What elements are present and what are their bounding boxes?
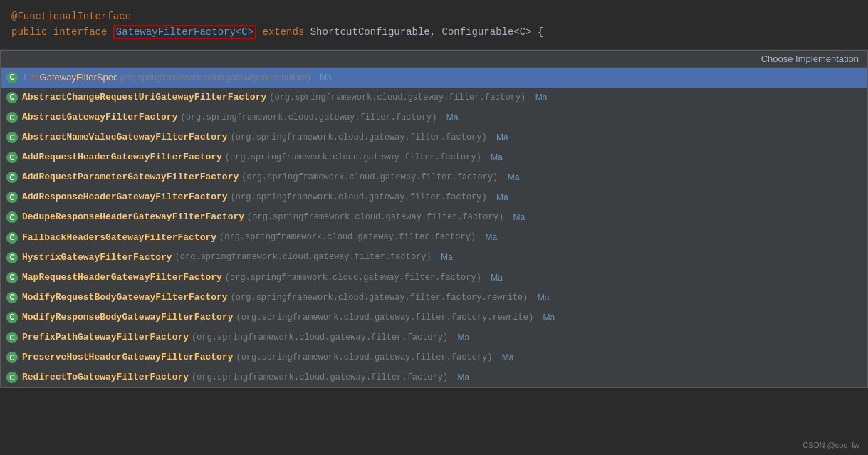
impl-class-name: DedupeResponseHeaderGatewayFilterFactory xyxy=(22,209,244,225)
annotation: @FunctionalInterface xyxy=(11,11,131,22)
class-icon: C xyxy=(6,211,18,223)
first-item-label: 1 in GatewayFilterSpec (org.springframew… xyxy=(22,70,310,85)
class-icon: C xyxy=(6,312,18,323)
impl-class-name: ModifyRequestBodyGatewayFilterFactory xyxy=(22,290,228,305)
impl-package: (org.springframework.cloud.gateway.filte… xyxy=(247,210,503,224)
class-icon: C xyxy=(6,332,18,343)
class-icon: C xyxy=(6,372,18,383)
impl-right-col: Ma xyxy=(432,250,453,264)
super-classes: ShortcutConfigurable, Configurable<C> { xyxy=(310,26,544,38)
interface-name: GatewayFilterFactory<C> xyxy=(113,25,256,39)
impl-package: (org.springframework.cloud.gateway.filte… xyxy=(175,250,432,264)
impl-package: (org.springframework.cloud.gateway.filte… xyxy=(225,271,481,285)
impl-class-name: AbstractNameValueGatewayFilterFactory xyxy=(22,130,228,145)
impl-right-col: Ma xyxy=(503,210,525,224)
impl-first-item[interactable]: C 1 in GatewayFilterSpec (org.springfram… xyxy=(1,68,867,88)
impl-class-name: PreserveHostHeaderGatewayFilterFactory xyxy=(22,350,233,365)
impl-class-name: AddRequestHeaderGatewayFilterFactory xyxy=(22,150,222,165)
impl-package: (org.springframework.cloud.gateway.filte… xyxy=(192,330,448,345)
impl-package: (org.springframework.cloud.gateway.filte… xyxy=(192,370,448,385)
impl-class-name: MapRequestHeaderGatewayFilterFactory xyxy=(22,270,222,286)
class-icon: C xyxy=(6,172,18,183)
impl-package: (org.springframework.cloud.gateway.filte… xyxy=(236,310,533,325)
impl-item[interactable]: CFallbackHeadersGatewayFilterFactory (or… xyxy=(1,228,867,248)
impl-package: (org.springframework.cloud.gateway.filte… xyxy=(236,350,492,365)
class-icon: C xyxy=(6,272,18,283)
impl-right-col: Ma xyxy=(487,190,508,204)
impl-package: (org.springframework.cloud.gateway.filte… xyxy=(180,110,436,125)
impl-package: (org.springframework.cloud.gateway.filte… xyxy=(269,90,525,105)
space1 xyxy=(107,26,113,38)
impl-class-name: PrefixPathGatewayFilterFactory xyxy=(22,330,189,345)
impl-class-name: RedirectToGatewayFilterFactory xyxy=(22,370,189,385)
watermark: CSDN @coo_lw xyxy=(802,441,859,449)
popup-header: Choose Implementation xyxy=(1,51,867,68)
impl-package: (org.springframework.cloud.gateway.filte… xyxy=(231,130,487,145)
impl-item[interactable]: CModifyRequestBodyGatewayFilterFactory (… xyxy=(1,288,867,308)
class-icon: C xyxy=(6,112,18,123)
impl-class-name: AddRequestParameterGatewayFilterFactory xyxy=(22,169,239,185)
class-icon: C xyxy=(6,292,18,303)
impl-right-col: Ma xyxy=(481,150,503,164)
impl-item[interactable]: CPrefixPathGatewayFilterFactory (org.spr… xyxy=(1,328,867,347)
impl-class-name: AddResponseHeaderGatewayFilterFactory xyxy=(22,189,228,205)
impl-item[interactable]: CMapRequestHeaderGatewayFilterFactory (o… xyxy=(1,268,867,288)
editor-area: @FunctionalInterface public interface Ga… xyxy=(0,0,868,50)
class-icon: C xyxy=(6,152,18,163)
class-icon: C xyxy=(6,252,18,263)
impl-right-col: Ma xyxy=(493,350,514,365)
impl-package: (org.springframework.cloud.gateway.filte… xyxy=(225,150,481,164)
first-item-right: Ma xyxy=(310,70,332,85)
code-line-1: @FunctionalInterface xyxy=(11,9,857,24)
impl-package: (org.springframework.cloud.gateway.filte… xyxy=(231,190,487,204)
implementation-list: C 1 in GatewayFilterSpec (org.springfram… xyxy=(1,68,867,388)
impl-item[interactable]: CAbstractChangeRequestUriGatewayFilterFa… xyxy=(1,88,867,108)
keyword-public: public xyxy=(11,26,53,38)
impl-item[interactable]: CPreserveHostHeaderGatewayFilterFactory … xyxy=(1,347,867,367)
impl-item[interactable]: CHystrixGatewayFilterFactory (org.spring… xyxy=(1,248,867,268)
impl-item[interactable]: CAddRequestParameterGatewayFilterFactory… xyxy=(1,167,867,187)
impl-package: (org.springframework.cloud.gateway.filte… xyxy=(231,291,528,305)
class-icon-first: C xyxy=(6,72,18,83)
impl-class-name: HystrixGatewayFilterFactory xyxy=(22,250,172,266)
impl-item[interactable]: CAddRequestHeaderGatewayFilterFactory (o… xyxy=(1,147,867,167)
class-icon: C xyxy=(6,192,18,203)
impl-package: (org.springframework.cloud.gateway.filte… xyxy=(241,170,498,184)
impl-item[interactable]: CModifyResponseBodyGatewayFilterFactory … xyxy=(1,308,867,328)
class-icon: C xyxy=(6,92,18,103)
impl-class-name: AbstractChangeRequestUriGatewayFilterFac… xyxy=(22,90,266,105)
code-line-2: public interface GatewayFilterFactory<C>… xyxy=(11,24,857,40)
impl-right-col: Ma xyxy=(533,310,555,325)
implementation-popup: Choose Implementation C 1 in GatewayFilt… xyxy=(0,50,868,389)
impl-right-col: Ma xyxy=(448,330,469,345)
class-icon: C xyxy=(6,352,18,363)
impl-right-col: Ma xyxy=(476,230,497,244)
impl-right-col: Ma xyxy=(498,170,519,184)
impl-item[interactable]: CAbstractNameValueGatewayFilterFactory (… xyxy=(1,127,867,147)
impl-item[interactable]: CAddResponseHeaderGatewayFilterFactory (… xyxy=(1,187,867,207)
space3 xyxy=(304,26,310,38)
impl-class-name: FallbackHeadersGatewayFilterFactory xyxy=(22,230,216,246)
keyword-extends: extends xyxy=(262,26,304,38)
impl-class-name: AbstractGatewayFilterFactory xyxy=(22,110,177,125)
impl-item[interactable]: CDedupeResponseHeaderGatewayFilterFactor… xyxy=(1,207,867,227)
impl-right-col: Ma xyxy=(448,370,469,385)
impl-right-col: Ma xyxy=(528,291,549,305)
impl-class-name: ModifyResponseBodyGatewayFilterFactory xyxy=(22,310,233,325)
class-icon: C xyxy=(6,232,18,244)
impl-right-col: Ma xyxy=(437,110,459,125)
impl-right-col: Ma xyxy=(481,271,503,285)
impl-item[interactable]: CRedirectToGatewayFilterFactory (org.spr… xyxy=(1,367,867,387)
impl-right-col: Ma xyxy=(525,90,547,105)
impl-right-col: Ma xyxy=(487,130,508,145)
keyword-interface: interface xyxy=(53,26,108,38)
impl-item[interactable]: CAbstractGatewayFilterFactory (org.sprin… xyxy=(1,108,867,127)
class-icon: C xyxy=(6,132,18,143)
impl-package: (org.springframework.cloud.gateway.filte… xyxy=(219,230,476,244)
